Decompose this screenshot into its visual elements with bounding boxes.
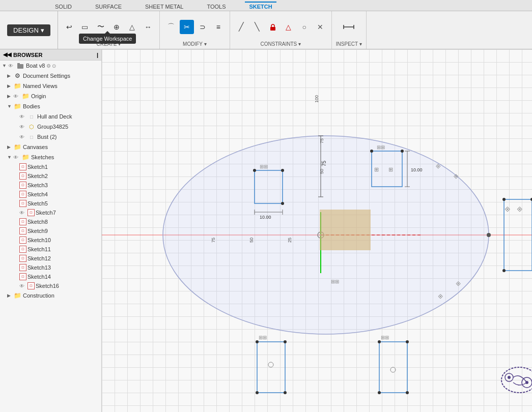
sketch-icon: ⊡ xyxy=(19,246,26,253)
tree-item-sketch12[interactable]: ⊡ Sketch12 xyxy=(0,254,101,263)
browser-pin-icon[interactable]: | xyxy=(97,52,98,58)
ruler-label-25h: 25 xyxy=(287,238,292,243)
create-chevron[interactable]: ▾ xyxy=(118,41,121,47)
eye-icon[interactable]: 👁 xyxy=(13,94,20,99)
tab-sheet-metal[interactable]: SHEET METAL xyxy=(141,2,187,11)
ruler-label-75h: 75 xyxy=(211,238,216,243)
ruler-label-50h: 50 xyxy=(249,238,254,243)
line-icon[interactable]: ╱ xyxy=(234,20,248,34)
svg-text:⊞⊞: ⊞⊞ xyxy=(260,164,268,169)
tree-item-sketch16[interactable]: 👁 ⊡ Sketch16 xyxy=(0,281,101,290)
eye-icon[interactable]: 👁 xyxy=(19,124,26,130)
sketch-icon: ⊡ xyxy=(19,264,26,271)
canvas-area[interactable]: 75 100 75 50 75 50 25 xyxy=(102,49,532,412)
tree-item-sketch10[interactable]: ⊡ Sketch10 xyxy=(0,236,101,245)
diagonal-icon[interactable]: ╲ xyxy=(250,20,264,34)
svg-text:⊞: ⊞ xyxy=(374,166,379,172)
eye-icon[interactable]: 👁 xyxy=(19,114,26,120)
svg-point-59 xyxy=(406,391,409,394)
sketch14-label: Sketch14 xyxy=(27,274,51,280)
tree-item-sketch13[interactable]: ⊡ Sketch13 xyxy=(0,263,101,272)
inspect-chevron[interactable]: ▾ xyxy=(359,41,362,47)
eye-icon[interactable]: 👁 xyxy=(19,134,26,140)
tab-surface[interactable]: SURFACE xyxy=(91,2,126,11)
svg-point-18 xyxy=(253,169,256,172)
tree-item-boat[interactable]: ▼ 👁 Boat v8 ⚙ ⊙ xyxy=(0,61,101,71)
sketch-icon: ⊡ xyxy=(19,191,26,198)
tree-item-hull[interactable]: 👁 □ Hull and Deck xyxy=(0,111,101,122)
tab-sketch[interactable]: SKETCH xyxy=(245,2,276,11)
svg-point-58 xyxy=(378,391,381,394)
sketch-icon: ⊡ xyxy=(19,218,26,225)
tree-item-canvases[interactable]: ▶ 📁 Canvases xyxy=(0,142,101,152)
inspect-label: INSPECT ▾ xyxy=(336,40,362,47)
browser-collapse-icon[interactable]: ◀◀ xyxy=(3,51,11,58)
circle-icon[interactable]: ⊕ xyxy=(109,20,124,34)
eye-icon[interactable]: 👁 xyxy=(13,155,20,160)
chain-decoration: ⊠⊠ xyxy=(501,367,532,396)
sketch-rect-lower-center: ⊞⊞ xyxy=(378,335,409,394)
tab-tools[interactable]: TOOLS xyxy=(203,2,230,11)
modify-chevron[interactable]: ▾ xyxy=(204,41,207,47)
tree-item-sketch1[interactable]: ⊡ Sketch1 xyxy=(0,162,101,171)
tree-item-group[interactable]: 👁 ⬡ Group34825 xyxy=(0,122,101,132)
sketch-icon: ⊡ xyxy=(19,273,26,280)
sketch-icon: ⊡ xyxy=(19,227,26,234)
cross-icon[interactable]: ✕ xyxy=(313,20,327,34)
boat-settings-icon[interactable]: ⚙ xyxy=(46,63,51,69)
tree-item-sketch7[interactable]: 👁 ⊡ Sketch7 xyxy=(0,208,101,217)
tree-item-sketch5[interactable]: ⊡ Sketch5 xyxy=(0,199,101,208)
svg-point-28 xyxy=(401,150,404,153)
eye-icon[interactable]: 👁 xyxy=(8,63,15,69)
tree-item-sketch9[interactable]: ⊡ Sketch9 xyxy=(0,226,101,236)
dimension-icon[interactable]: ↔ xyxy=(141,20,155,34)
rectangle-icon[interactable]: ▭ xyxy=(78,20,92,34)
eye-icon[interactable]: 👁 xyxy=(19,283,26,289)
tree-item-bodies[interactable]: ▼ 📁 Bodies xyxy=(0,101,101,111)
arrow-icon: ▶ xyxy=(7,293,13,298)
modify-label: MODIFY ▾ xyxy=(183,40,207,47)
svg-point-56 xyxy=(378,340,381,343)
triangle-constraint-icon[interactable]: △ xyxy=(282,20,296,34)
tree-item-doc-settings[interactable]: ▶ ⚙ Document Settings xyxy=(0,71,101,81)
tree-item-bust[interactable]: 👁 □ Bust (2) xyxy=(0,132,101,142)
tab-solid[interactable]: SOLID xyxy=(51,2,76,11)
trim-icon[interactable]: ✂ xyxy=(180,20,194,34)
tree-item-sketches[interactable]: ▼ 👁 📁 Sketches xyxy=(0,152,101,162)
tree-item-named-views[interactable]: ▶ 📁 Named Views xyxy=(0,81,101,91)
sketch8-label: Sketch8 xyxy=(27,219,48,225)
tree-item-sketch2[interactable]: ⊡ Sketch2 xyxy=(0,171,101,181)
create-section: ↩ ▭ 〜 ⊕ △ ↔ CREATE ▾ xyxy=(58,11,160,49)
canvases-label: Canvases xyxy=(23,144,48,150)
eye-icon[interactable]: 👁 xyxy=(19,210,26,216)
lock-icon[interactable] xyxy=(266,20,280,34)
offset-icon[interactable]: ⊃ xyxy=(195,20,210,34)
svg-point-16 xyxy=(487,233,491,237)
boat-extra-icon[interactable]: ⊙ xyxy=(52,63,56,69)
svg-point-61 xyxy=(390,367,396,372)
folder-icon: 📁 xyxy=(21,92,30,100)
fillet-icon[interactable]: ⌒ xyxy=(164,20,178,34)
tree-item-sketch8[interactable]: ⊡ Sketch8 xyxy=(0,217,101,226)
tree-item-sketch11[interactable]: ⊡ Sketch11 xyxy=(0,245,101,254)
tree-item-construction[interactable]: ▶ 📁 Construction xyxy=(0,290,101,301)
tree-item-sketch3[interactable]: ⊡ Sketch3 xyxy=(0,181,101,190)
svg-point-49 xyxy=(256,340,259,343)
tree-item-sketch14[interactable]: ⊡ Sketch14 xyxy=(0,272,101,281)
inspect-section: INSPECT ▾ xyxy=(332,11,367,49)
workspace: ◀◀ BROWSER | ▼ 👁 Boat v8 ⚙ ⊙ ▶ ⚙ xyxy=(0,49,532,412)
arc-icon[interactable]: 〜 xyxy=(94,20,108,34)
circle-constraint-icon[interactable]: ○ xyxy=(297,20,312,34)
sketch-icon: ⊡ xyxy=(27,282,35,289)
design-button[interactable]: DESIGN ▾ xyxy=(7,24,50,36)
undo-icon[interactable]: ↩ xyxy=(62,20,76,34)
measure-icon[interactable] xyxy=(342,20,356,34)
tree-item-sketch4[interactable]: ⊡ Sketch4 xyxy=(0,190,101,199)
triangle-icon[interactable]: △ xyxy=(125,20,139,34)
tree-item-origin[interactable]: ▶ 👁 📁 Origin xyxy=(0,91,101,101)
bust-label: Bust (2) xyxy=(37,134,57,140)
body-icon: □ xyxy=(27,112,36,121)
svg-text:⊞⊞: ⊞⊞ xyxy=(381,335,389,340)
mirror-icon[interactable]: ≡ xyxy=(211,20,226,34)
constraints-chevron[interactable]: ▾ xyxy=(298,41,301,47)
